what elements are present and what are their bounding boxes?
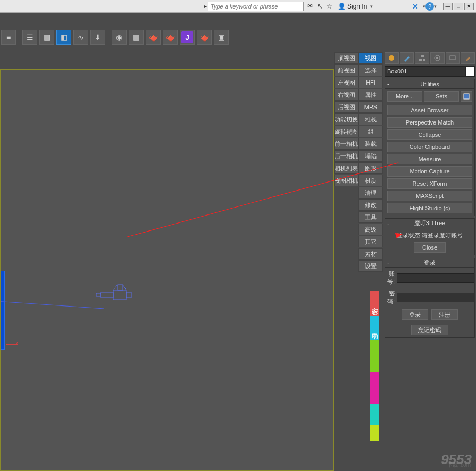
utilities-rollout-header[interactable]: - Utilities — [385, 79, 474, 89]
user-icon: 👤 — [338, 3, 346, 10]
binoculars-icon[interactable]: 👁 — [307, 2, 314, 10]
menu-item-4[interactable]: 后视图 — [334, 101, 358, 113]
title-bar: ▸ 👁 ↖ ☆ 👤 Sign In ▾ ✕ ▾ ? ▾ — □ ✕ — [0, 0, 476, 13]
utility-button-4[interactable]: Measure — [387, 154, 472, 164]
utility-button-6[interactable]: Reset XForm — [387, 178, 472, 189]
tool-teapot1-icon[interactable]: 🫖 — [146, 30, 161, 45]
menu-item-r-10[interactable]: 材质 — [358, 175, 383, 186]
tab-motion-icon[interactable] — [430, 52, 445, 64]
tab-display-icon[interactable] — [446, 52, 460, 64]
menu-item-r-14[interactable]: 高级 — [358, 224, 383, 235]
tool-layers-icon[interactable]: ▤ — [39, 30, 54, 45]
menu-item-r-5[interactable]: 堆栈 — [358, 113, 383, 125]
menu-item-r-0[interactable]: 视图 — [358, 52, 383, 64]
menu-item-r-2[interactable]: HFI — [358, 77, 383, 88]
menu-item-0[interactable]: 顶视图 — [334, 52, 358, 64]
tab-utilities-icon[interactable] — [461, 52, 475, 64]
tool-frame-icon[interactable]: ▣ — [214, 30, 229, 45]
menu-item-5[interactable]: 功能切换 — [334, 113, 358, 125]
menu-item-2[interactable]: 左视图 — [334, 77, 358, 88]
help-icon[interactable]: ? — [425, 2, 434, 11]
login-rollout-header[interactable]: - 登录 — [385, 258, 474, 268]
menu-item-1[interactable]: 前视图 — [334, 64, 358, 76]
maximize-button[interactable]: □ — [454, 3, 463, 10]
more-button[interactable]: More... — [387, 91, 422, 102]
svg-point-7 — [389, 55, 394, 61]
badge-magenta[interactable] — [370, 372, 379, 404]
tool-render-setup-icon[interactable]: ▦ — [129, 30, 144, 45]
tree-rollout-header[interactable]: - 魔叮3DTree — [385, 219, 474, 228]
menu-item-r-16[interactable]: 素材 — [358, 248, 383, 260]
badge-green[interactable] — [370, 340, 379, 372]
forgot-password-button[interactable]: 忘记密码 — [411, 325, 448, 335]
menu-item-r-6[interactable]: 组 — [358, 126, 383, 137]
badge-cyan[interactable] — [370, 404, 379, 425]
menu-item-7[interactable]: 前一相机 — [334, 138, 358, 150]
utility-button-5[interactable]: Motion Capture — [387, 166, 472, 177]
badge-manager[interactable]: 管家 — [370, 291, 379, 316]
badge-assistant[interactable]: 助手 — [370, 316, 379, 340]
pointer-icon[interactable]: ↖ — [317, 2, 323, 10]
badge-lime[interactable] — [370, 425, 379, 441]
tab-create-icon[interactable] — [385, 52, 399, 64]
tool-material-icon[interactable]: ◉ — [112, 30, 127, 45]
collapse-icon: - — [387, 80, 389, 88]
search-arrow-icon: ▸ — [204, 3, 207, 9]
utility-button-2[interactable]: Collapse — [387, 129, 472, 140]
utility-button-1[interactable]: Perspective Match — [387, 117, 472, 128]
menu-item-r-11[interactable]: 清理 — [358, 187, 383, 199]
menu-item-8[interactable]: 后一相机 — [334, 150, 358, 162]
tool-teapot3-icon[interactable]: 🫖 — [197, 30, 212, 45]
sign-in-button[interactable]: 👤 Sign In — [338, 3, 367, 10]
star-icon[interactable]: ☆ — [326, 2, 332, 10]
close-button[interactable]: ✕ — [464, 3, 474, 10]
menu-item-r-13[interactable]: 工具 — [358, 211, 383, 223]
password-input[interactable] — [397, 293, 474, 302]
watermark-sub: 下载 .com — [447, 461, 471, 469]
chevron-down-icon[interactable]: ▾ — [434, 4, 437, 9]
search-input[interactable] — [208, 2, 304, 11]
collapse-icon: - — [387, 220, 389, 227]
menu-item-r-3[interactable]: 属性 — [358, 89, 383, 101]
close-button[interactable]: Close — [414, 242, 446, 253]
viewport[interactable]: x — [0, 69, 334, 471]
password-label: 密码: — [387, 290, 395, 305]
utility-button-8[interactable]: Flight Studio (c) — [387, 203, 472, 213]
tool-curve-editor-icon[interactable]: ◧ — [56, 30, 71, 45]
menu-item-r-4[interactable]: MRS — [358, 101, 383, 113]
config-button[interactable] — [461, 91, 472, 102]
tool-teapot2-icon[interactable]: 🫖 — [163, 30, 178, 45]
svg-line-6 — [123, 285, 126, 290]
svg-rect-13 — [450, 56, 455, 60]
tool-schematic-icon[interactable]: ⬇ — [90, 30, 105, 45]
tool-list-icon[interactable]: ☰ — [22, 30, 37, 45]
minimize-button[interactable]: — — [443, 3, 453, 10]
tab-modify-icon[interactable] — [400, 52, 414, 64]
menu-item-9[interactable]: 相机列表 — [334, 162, 358, 174]
utility-button-3[interactable]: Color Clipboard — [387, 142, 472, 152]
chevron-down-icon[interactable]: ▾ — [370, 4, 373, 9]
login-button[interactable]: 登录 — [402, 309, 428, 320]
menu-item-6[interactable]: 旋转视图 — [334, 126, 358, 137]
utility-button-7[interactable]: MAXScript — [387, 191, 472, 201]
menu-item-r-8[interactable]: 塌陷 — [358, 150, 383, 162]
menu-item-r-7[interactable]: 装载 — [358, 138, 383, 150]
object-color-swatch[interactable] — [465, 66, 475, 77]
account-input[interactable] — [397, 273, 474, 283]
sign-in-label: Sign In — [347, 3, 367, 10]
menu-item-r-15[interactable]: 其它 — [358, 236, 383, 247]
tool-j-button[interactable]: J — [180, 30, 195, 45]
tab-hierarchy-icon[interactable] — [415, 52, 429, 64]
menu-item-r-17[interactable]: 设置 — [358, 260, 383, 272]
exchange-icon[interactable]: ✕ — [412, 2, 419, 11]
object-name-input[interactable] — [385, 66, 465, 77]
sets-button[interactable]: Sets — [424, 91, 459, 102]
tool-collapse-icon[interactable]: ≡ — [1, 30, 16, 45]
menu-item-3[interactable]: 右视图 — [334, 89, 358, 101]
register-button[interactable]: 注册 — [431, 309, 458, 320]
svg-rect-9 — [419, 59, 422, 61]
utility-button-0[interactable]: Asset Browser — [387, 105, 472, 115]
tool-graph-icon[interactable]: ∿ — [73, 30, 88, 45]
menu-item-r-1[interactable]: 选择 — [358, 64, 383, 76]
menu-item-r-12[interactable]: 修改 — [358, 199, 383, 211]
